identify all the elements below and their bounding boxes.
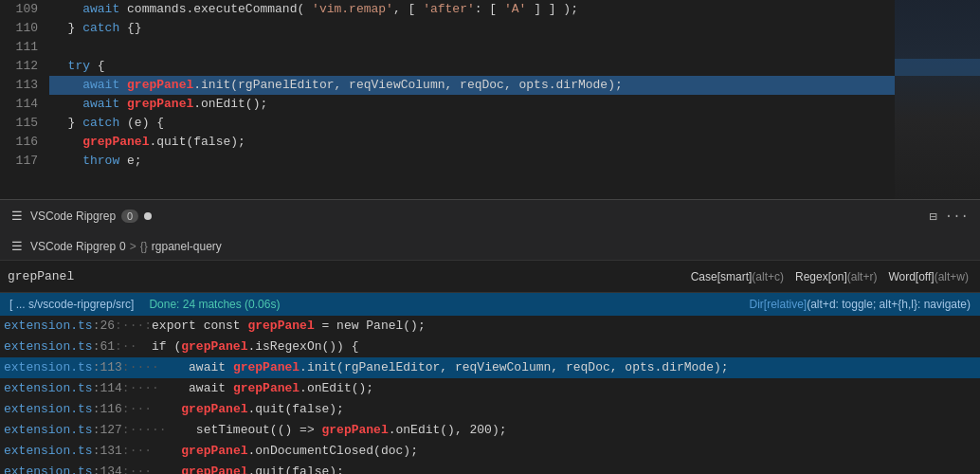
result-prefix: if ( [136, 337, 181, 357]
result-match: grepPanel [181, 337, 247, 357]
minimap-bg [895, 0, 980, 199]
search-toolbar: ☰ VSCode Ripgrep 0 > {} rgpanel-query [0, 232, 980, 261]
result-file: extension.ts [4, 316, 93, 337]
case-option[interactable]: Case[smart](alt+c) [691, 270, 784, 283]
word-shortcut: (alt+w) [935, 270, 969, 283]
minimap-highlight [895, 59, 980, 76]
line-number: 109 [8, 0, 38, 19]
panel-badge: 0 [121, 210, 138, 223]
result-lnum: :113 [93, 357, 122, 378]
list-item[interactable]: extension.ts:114:···· await grepPanel.on… [0, 378, 980, 399]
code-content: await commands.executeCommand( 'vim.rema… [49, 0, 895, 199]
status-path: [ ... s/vscode-ripgrep/src] [9, 298, 134, 311]
panel-header: ☰ VSCode Ripgrep 0 ⊟ ··· [0, 199, 980, 232]
toolbar-menu-icon[interactable]: ☰ [11, 239, 23, 254]
list-item[interactable]: extension.ts:26:···:export const grepPan… [0, 316, 980, 337]
result-file: extension.ts [4, 399, 93, 420]
status-dir-label: Dir[relative] [750, 298, 808, 311]
list-item[interactable]: extension.ts:61:·· if (grepPanel.isRegex… [0, 337, 980, 357]
bc-item: rgpanel-query [152, 240, 222, 253]
result-prefix [152, 462, 181, 474]
code-line [49, 38, 895, 57]
bc-sep1: > [130, 240, 136, 253]
result-lnum: :127 [93, 420, 122, 441]
search-options: Case[smart](alt+c) Regex[on](alt+r) Word… [691, 270, 980, 283]
status-message: Done: 24 matches (0.06s) [149, 298, 280, 311]
panel-title-label: VSCode Ripgrep [30, 210, 116, 223]
status-dir: Dir[relative](alt+d: toggle; alt+{h,l}: … [750, 298, 971, 311]
regex-label: Regex[on] [795, 270, 847, 283]
word-label: Word[off] [888, 270, 934, 283]
line-number: 113 [8, 76, 38, 95]
result-lnum: :26 [93, 316, 115, 337]
result-dots: :···: [115, 316, 152, 337]
result-match: grepPanel [233, 357, 299, 378]
result-dots: :·· [115, 337, 136, 357]
minimap [895, 0, 980, 199]
list-item[interactable]: extension.ts:134:··· grepPanel.quit(fals… [0, 462, 980, 474]
code-line: await grepPanel.onEdit(); [49, 95, 895, 114]
breadcrumb: VSCode Ripgrep 0 > {} rgpanel-query [30, 240, 222, 253]
search-input[interactable] [8, 269, 691, 283]
result-suffix: .init(rgPanelEditor, reqViewColumn, reqD… [299, 357, 728, 378]
panel-title-group: VSCode Ripgrep 0 [30, 210, 152, 223]
code-line: } catch (e) { [49, 114, 895, 133]
result-match: grepPanel [181, 462, 247, 474]
line-number: 115 [8, 114, 38, 133]
panel-dot [144, 212, 152, 220]
bc-panel-label: VSCode Ripgrep [30, 240, 116, 253]
result-prefix: setTimeout(() => [167, 420, 322, 441]
panel-header-right: ⊟ ··· [929, 209, 969, 225]
panel-menu-icon[interactable]: ☰ [11, 209, 23, 224]
list-item[interactable]: extension.ts:113:···· await grepPanel.in… [0, 357, 980, 378]
bc-braces-icon: {} [140, 240, 148, 253]
line-number: 111 [8, 38, 38, 57]
list-item[interactable]: extension.ts:131:··· grepPanel.onDocumen… [0, 441, 980, 462]
result-dots: :··· [122, 462, 152, 474]
results-list: extension.ts:26:···:export const grepPan… [0, 316, 980, 474]
result-dots: :····· [122, 420, 167, 441]
word-option[interactable]: Word[off](alt+w) [888, 270, 969, 283]
result-suffix: .isRegexOn()) { [247, 337, 358, 357]
result-suffix: .quit(false); [248, 399, 344, 420]
line-number: 114 [8, 95, 38, 114]
result-suffix: .onDocumentClosed(doc); [248, 441, 418, 462]
line-number: 117 [8, 152, 38, 171]
result-dots: :··· [122, 399, 152, 420]
case-shortcut: (alt+c) [752, 270, 784, 283]
result-prefix: await [159, 357, 233, 378]
panel-more-button[interactable]: ··· [945, 209, 969, 224]
result-file: extension.ts [4, 378, 93, 399]
result-match: grepPanel [181, 399, 247, 420]
result-prefix [152, 399, 181, 420]
result-suffix: .onEdit(), 200); [389, 420, 507, 441]
list-item[interactable]: extension.ts:127:····· setTimeout(() => … [0, 420, 980, 441]
code-line: await grepPanel.init(rgPanelEditor, reqV… [49, 76, 895, 95]
status-dir-detail: (alt+d: toggle; alt+{h,l}: navigate) [807, 298, 971, 311]
regex-option[interactable]: Regex[on](alt+r) [795, 270, 877, 283]
editor-area: 109110111112113114115116117 await comman… [0, 0, 980, 199]
result-lnum: :131 [93, 441, 122, 462]
code-line: throw e; [49, 152, 895, 171]
result-match: grepPanel [321, 420, 388, 441]
panel-minimize-button[interactable]: ⊟ [929, 209, 936, 225]
line-number: 116 [8, 133, 38, 152]
result-file: extension.ts [4, 441, 93, 462]
case-label: Case[smart] [691, 270, 753, 283]
result-file: extension.ts [4, 357, 93, 378]
line-number: 112 [8, 57, 38, 76]
result-prefix [152, 441, 181, 462]
line-numbers: 109110111112113114115116117 [0, 0, 49, 199]
result-prefix: await [159, 378, 233, 399]
code-line: try { [49, 57, 895, 76]
code-line: await commands.executeCommand( 'vim.rema… [49, 0, 895, 19]
result-dots: :··· [122, 441, 152, 462]
bc-badge: 0 [119, 240, 126, 253]
code-line: } catch {} [49, 19, 895, 38]
list-item[interactable]: extension.ts:116:··· grepPanel.quit(fals… [0, 399, 980, 420]
search-input-row: Case[smart](alt+c) Regex[on](alt+r) Word… [0, 261, 980, 293]
result-dots: :···· [122, 378, 159, 399]
result-suffix: = new Panel(); [315, 316, 426, 337]
result-lnum: :134 [93, 462, 122, 474]
result-file: extension.ts [4, 462, 93, 474]
